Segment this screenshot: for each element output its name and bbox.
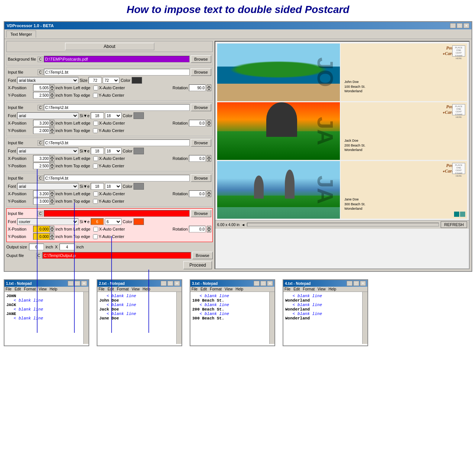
notepad-1-help[interactable]: Help [50,287,58,291]
notepad-4-edit[interactable]: Edit [293,287,300,291]
notepad-4-file[interactable]: File [284,287,290,291]
notepad-3-format[interactable]: Format [210,287,222,291]
font-3-select[interactable]: arial [17,148,78,154]
notepad-2-scrollbar[interactable] [176,292,181,344]
ypos-5-input[interactable] [33,233,50,240]
ypos-4-input[interactable] [33,198,50,205]
notepad-2-view[interactable]: View [132,287,140,291]
about-button[interactable]: About [65,43,154,50]
input-3-browse[interactable]: Browse [191,139,211,147]
input-5-browse[interactable]: Browse [191,210,211,217]
background-path-input[interactable] [44,56,190,62]
maximize-button[interactable]: □ [457,23,463,28]
size-4-input[interactable] [91,183,104,190]
notepad-4-format[interactable]: Format [303,287,315,291]
xpos-5-input[interactable] [33,226,50,232]
xpos-1-up[interactable]: ▲ [50,84,54,88]
notepad-2-max[interactable]: □ [167,281,173,286]
notepad-3-close[interactable]: × [267,281,273,286]
notepad-2-close[interactable]: × [174,281,180,286]
background-browse-button[interactable]: Browse [191,55,211,63]
ypos-3-input[interactable] [33,163,50,169]
minimize-button[interactable]: _ [450,23,456,28]
yauto-4-checkbox[interactable] [93,199,98,204]
rot-1-input[interactable] [189,84,206,91]
notepad-3-file[interactable]: File [192,287,197,291]
xpos-1-input[interactable] [33,84,50,91]
size-3-input[interactable] [91,148,104,154]
notepad-3-max[interactable]: □ [260,281,266,286]
color-5-box[interactable] [134,218,144,225]
ypos-2-input[interactable] [33,127,50,134]
notepad-1-scrollbar[interactable] [83,292,89,344]
input-4-browse[interactable]: Browse [191,174,211,182]
notepad-1-close[interactable]: × [81,281,87,286]
size-5-select[interactable]: 6 [105,218,122,225]
xpos-3-input[interactable] [33,155,50,162]
rot-1-down[interactable]: ▼ [207,88,211,91]
output-width-input[interactable] [29,244,44,250]
xauto-3-checkbox[interactable] [93,156,98,161]
rot-5-input[interactable] [189,226,206,232]
notepad-2-edit[interactable]: Edit [107,287,114,291]
xpos-4-input[interactable] [33,190,50,197]
size-3-select[interactable]: 18 [105,148,122,154]
notepad-3-edit[interactable]: Edit [200,287,207,291]
input-3-path[interactable] [44,139,190,146]
rot-2-input[interactable] [189,120,206,126]
rot-1-up[interactable]: ▲ [207,84,211,88]
rot-2-up[interactable]: ▲ [207,120,211,123]
size-2-input[interactable] [91,112,104,119]
notepad-3-scrollbar[interactable] [269,292,274,344]
notepad-3-view[interactable]: View [225,287,233,291]
xauto-2-checkbox[interactable] [93,121,98,126]
notepad-3-min[interactable]: _ [254,281,260,286]
xauto-5-checkbox[interactable] [93,227,98,232]
proceed-button[interactable]: Proceed [183,261,212,269]
output-file-browse[interactable]: Browse [192,252,213,259]
notepad-4-close[interactable]: × [360,281,366,286]
notepad-2-help[interactable]: Help [143,287,151,291]
input-1-path[interactable] [44,69,190,75]
notepad-4-scrollbar[interactable] [362,292,367,344]
notepad-4-view[interactable]: View [318,287,326,291]
xpos-2-up[interactable]: ▲ [50,120,54,123]
color-2-box[interactable] [134,112,144,119]
xpos-2-input[interactable] [33,120,50,126]
font-1-select[interactable]: arial black [17,77,78,84]
notepad-4-help[interactable]: Help [329,287,337,291]
font-4-select[interactable]: arial [17,183,78,190]
preview-hscrollbar[interactable] [247,223,439,226]
input-2-browse[interactable]: Browse [191,104,211,111]
notepad-2-format[interactable]: Format [117,287,129,291]
xauto-4-checkbox[interactable] [93,192,98,196]
color-1-box[interactable] [132,77,142,84]
size-4-select[interactable]: 18 [105,183,122,190]
text-merger-tab[interactable]: Text Merger [6,30,36,38]
notepad-1-edit[interactable]: Edit [15,287,21,291]
notepad-4-max[interactable]: □ [353,281,359,286]
color-3-box[interactable] [134,148,144,154]
close-button[interactable]: × [463,23,469,28]
xpos-1-down[interactable]: ▼ [50,88,54,91]
notepad-2-min[interactable]: _ [161,281,167,286]
xpos-2-down[interactable]: ▼ [50,123,54,126]
rot-3-input[interactable] [189,155,206,162]
input-4-path[interactable] [44,175,190,181]
xauto-1-checkbox[interactable] [93,86,98,90]
refresh-button[interactable]: REFRESH [441,221,467,228]
size-2-select[interactable]: 18 [105,112,122,119]
ypos-1-down[interactable]: ▼ [50,95,54,99]
input-5-path[interactable] [44,210,190,217]
notepad-1-view[interactable]: View [39,287,47,291]
ypos-1-up[interactable]: ▲ [50,92,54,95]
rot-2-down[interactable]: ▼ [207,123,211,126]
font-2-select[interactable]: arial [17,112,78,119]
font-5-select[interactable]: courier [17,218,78,225]
yauto-5-checkbox[interactable] [93,234,98,239]
output-height-input[interactable] [60,244,74,250]
notepad-1-format[interactable]: Format [24,287,36,291]
output-file-path[interactable] [42,252,191,259]
yauto-3-checkbox[interactable] [93,164,98,168]
notepad-1-max[interactable]: □ [74,281,80,286]
